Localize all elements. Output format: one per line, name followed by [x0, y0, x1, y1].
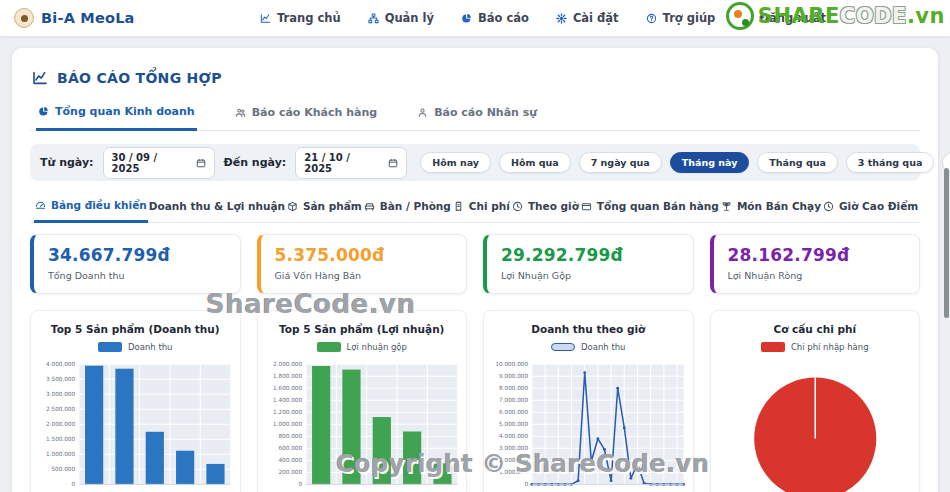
tab-label: Theo giờ	[528, 200, 579, 212]
pie-icon	[461, 13, 472, 24]
svg-text:6.000.000: 6.000.000	[499, 409, 528, 415]
svg-text:2.000.000: 2.000.000	[499, 457, 528, 463]
box-icon	[287, 201, 298, 212]
filter-bar: Từ ngày: 30 / 09 / 2025 Đến ngày: 21 / 1…	[30, 144, 920, 181]
svg-text:2.000.000: 2.000.000	[273, 361, 302, 367]
tabs-secondary: Bảng điều khiểnDoanh thu & Lợi nhuậnSản …	[30, 191, 920, 223]
to-date-label: Đến ngày:	[224, 156, 287, 169]
chart-legend: Doanh thu	[490, 342, 687, 352]
tab-label: Món Bán Chạy	[737, 200, 821, 212]
stat-card-cogs: 5.375.000đ Giá Vốn Hàng Bán	[257, 234, 468, 294]
svg-text:1.600.000: 1.600.000	[273, 385, 302, 391]
tab-business-overview[interactable]: Tổng quan Kinh doanh	[36, 98, 197, 131]
legend-label: Lợi nhuận gộp	[347, 342, 407, 352]
from-date-value: 30 / 09 / 2025	[112, 152, 188, 174]
page-title-text: BÁO CÁO TỔNG HỢP	[57, 70, 222, 86]
svg-text:5.000.000: 5.000.000	[499, 421, 528, 427]
tab-expenses[interactable]: Chi phí	[452, 191, 511, 222]
nav-item-label: Trợ giúp	[663, 11, 716, 25]
watermark-vn: .vn	[907, 4, 945, 28]
pie-chart-expenses	[717, 355, 914, 492]
tab-dashboard[interactable]: Bảng điều khiển	[34, 191, 148, 223]
tab-hr-report[interactable]: Báo cáo Nhân sự	[415, 98, 539, 130]
svg-text:10.000.000: 10.000.000	[495, 361, 528, 367]
nav-item-label: Báo cáo	[478, 11, 529, 25]
stat-label: Lợi Nhuận Gộp	[501, 270, 679, 281]
card-icon	[581, 201, 592, 212]
chart-title: Doanh thu theo giờ	[490, 323, 687, 335]
help-icon	[646, 13, 657, 24]
nav-item-label: Cài đặt	[573, 11, 619, 25]
svg-text:3.000.000: 3.000.000	[499, 445, 528, 451]
quick-range-pill[interactable]: 7 ngày qua	[579, 152, 662, 173]
quick-range-pill[interactable]: Hôm qua	[499, 152, 571, 173]
stat-label: Giá Vốn Hàng Bán	[275, 270, 453, 281]
chart-title: Top 5 Sản phẩm (Lợi nhuận)	[264, 323, 461, 335]
tab-label: Tổng quan Bán hàng	[597, 200, 719, 212]
nav-item-home[interactable]: Trang chủ	[260, 11, 341, 25]
tab-sales-overview[interactable]: Tổng quan Bán hàng	[580, 191, 720, 222]
dashboard-icon	[35, 200, 46, 211]
users-icon	[235, 107, 246, 118]
tabs-primary: Tổng quan Kinh doanhBáo cáo Khách hàngBá…	[30, 98, 920, 131]
chart-line-icon	[32, 70, 48, 86]
tab-revenue-profit[interactable]: Doanh thu & Lợi nhuận	[148, 191, 286, 222]
tab-label: Sản phẩm	[303, 200, 362, 212]
svg-text:0: 0	[72, 481, 76, 487]
nav-item-reports[interactable]: Báo cáo	[461, 11, 529, 25]
legend-label: Doanh thu	[581, 342, 626, 352]
to-date-value: 21 / 10 / 2025	[304, 152, 380, 174]
legend-swatch	[761, 342, 785, 352]
pie-icon	[38, 106, 49, 117]
tab-label: Báo cáo Nhân sự	[434, 106, 537, 119]
tab-label: Báo cáo Khách hàng	[252, 106, 377, 119]
main-card: BÁO CÁO TỔNG HỢP Tổng quan Kinh doanhBáo…	[12, 48, 938, 492]
tab-label: Bảng điều khiển	[51, 199, 147, 211]
legend-label: Chi phí nhập hàng	[791, 342, 869, 352]
charts-row: Top 5 Sản phẩm (Doanh thu) Doanh thu 050…	[30, 310, 920, 492]
svg-text:4.000.000: 4.000.000	[46, 361, 75, 367]
to-date-input[interactable]: 21 / 10 / 2025	[295, 147, 407, 179]
svg-text:1.400.000: 1.400.000	[273, 397, 302, 403]
stat-card-total-revenue: 34.667.799đ Tổng Doanh thu	[30, 234, 241, 294]
quick-range-pill[interactable]: 3 tháng qua	[846, 152, 934, 173]
tab-tables-rooms[interactable]: Bàn / Phòng	[363, 191, 452, 222]
stat-cards-row: 34.667.799đ Tổng Doanh thu 5.375.000đ Gi…	[30, 234, 920, 294]
nav-item-help[interactable]: Trợ giúp	[646, 11, 716, 25]
tab-best-sellers[interactable]: Món Bán Chạy	[720, 191, 822, 222]
tab-products[interactable]: Sản phẩm	[286, 191, 363, 222]
svg-text:1.000.000: 1.000.000	[499, 469, 528, 475]
bar-chart-profit: 0200.000400.000600.000800.0001.000.0001.…	[264, 355, 461, 492]
legend-swatch	[98, 342, 122, 352]
stat-value: 29.292.799đ	[501, 245, 679, 265]
tab-peak-hours[interactable]: Giờ Cao Điểm	[822, 191, 919, 222]
receipt-icon	[453, 201, 464, 212]
svg-text:0: 0	[298, 481, 302, 487]
brand[interactable]: Bi-A MeoLa	[14, 8, 135, 28]
calendar-icon	[388, 158, 398, 168]
page-title: BÁO CÁO TỔNG HỢP	[32, 70, 920, 86]
from-date-input[interactable]: 30 / 09 / 2025	[103, 147, 215, 179]
quick-range-pill[interactable]: Tháng qua	[757, 152, 838, 173]
quick-range-pill[interactable]: Tháng này	[670, 152, 750, 173]
tab-label: Tổng quan Kinh doanh	[55, 105, 195, 118]
stat-card-gross-profit: 29.292.799đ Lợi Nhuận Gộp	[483, 234, 694, 294]
svg-text:500.000: 500.000	[51, 466, 75, 472]
chart-legend: Lợi nhuận gộp	[264, 342, 461, 352]
tab-customer-report[interactable]: Báo cáo Khách hàng	[233, 98, 379, 130]
svg-text:1.000.000: 1.000.000	[46, 451, 75, 457]
svg-text:2.000.000: 2.000.000	[46, 421, 75, 427]
legend-swatch	[551, 343, 575, 351]
svg-text:4.000.000: 4.000.000	[499, 433, 528, 439]
chart-line-icon	[260, 13, 271, 24]
stat-value: 5.375.000đ	[275, 245, 453, 265]
quick-range-pill[interactable]: Hôm nay	[420, 152, 491, 173]
nav-item-manage[interactable]: Quản lý	[368, 11, 434, 25]
chart-panel-expense-structure: Cơ cấu chi phí Chi phí nhập hàng	[710, 310, 921, 492]
vertical-scrollbar-thumb[interactable]	[944, 168, 949, 318]
nav-item-settings[interactable]: Cài đặt	[556, 11, 619, 25]
tab-by-hour[interactable]: Theo giờ	[511, 191, 580, 222]
svg-text:3.500.000: 3.500.000	[46, 376, 75, 382]
tab-label: Chi phí	[469, 200, 510, 212]
chart-panel-top5-profit: Top 5 Sản phẩm (Lợi nhuận) Lợi nhuận gộp…	[257, 310, 468, 492]
